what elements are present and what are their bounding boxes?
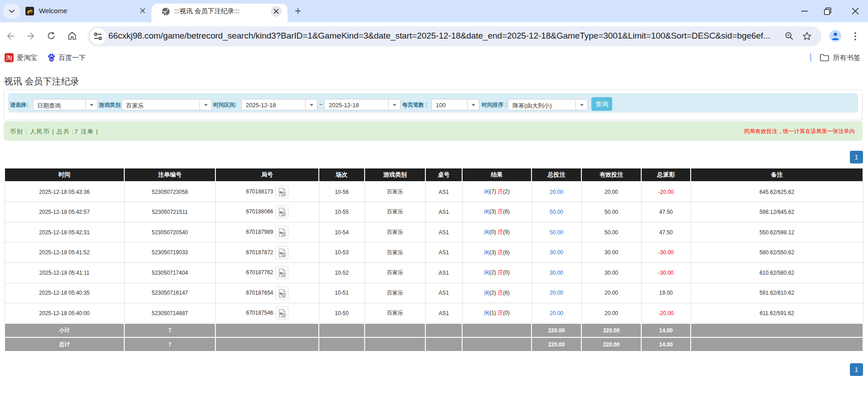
- svg-text:du: du: [49, 57, 53, 61]
